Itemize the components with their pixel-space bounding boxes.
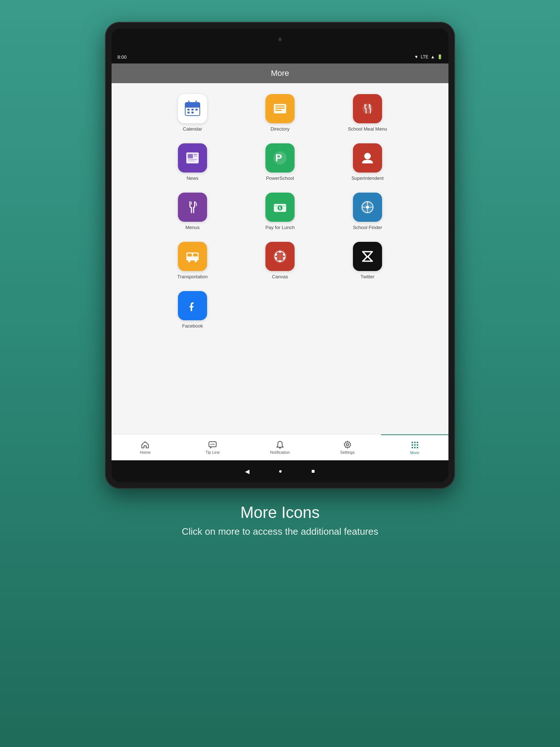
icon-item-school-meal-menu[interactable]: School Meal Menu: [327, 94, 408, 132]
school-meal-icon: [358, 100, 377, 118]
twitter-icon-wrapper: [353, 242, 382, 271]
icon-item-canvas[interactable]: Canvas: [240, 242, 320, 280]
icon-item-superintendent[interactable]: Superintendent: [327, 143, 408, 182]
lte-label: LTE: [421, 54, 428, 59]
status-bar: 8:00 ▼ LTE ▲ 🔋: [112, 50, 448, 63]
calendar-icon: [183, 100, 202, 118]
icon-item-calendar[interactable]: Calendar: [152, 94, 233, 132]
nav-settings[interactable]: Settings: [314, 434, 381, 460]
calendar-icon-wrapper: [178, 94, 207, 123]
recents-button[interactable]: ■: [311, 468, 315, 475]
powerschool-icon-wrapper: P: [265, 143, 295, 173]
back-button[interactable]: ◀: [245, 468, 249, 475]
icon-item-directory[interactable]: Directory: [240, 94, 320, 132]
svg-point-57: [211, 444, 212, 445]
svg-rect-11: [187, 112, 190, 113]
svg-rect-41: [186, 259, 199, 260]
powerschool-icon: P: [271, 149, 289, 167]
nav-more-label: More: [410, 450, 419, 455]
menus-label: Menus: [185, 225, 199, 231]
svg-rect-9: [191, 109, 194, 111]
svg-point-47: [279, 251, 281, 253]
home-button[interactable]: ●: [279, 468, 282, 475]
svg-point-59: [214, 444, 215, 445]
nav-settings-label: Settings: [340, 450, 355, 454]
directory-icon-wrapper: [265, 94, 295, 123]
svg-rect-63: [417, 442, 418, 443]
svg-point-18: [362, 104, 373, 114]
directory-label: Directory: [271, 126, 289, 132]
twitter-x-icon: [358, 247, 377, 266]
superintendent-icon-wrapper: [353, 143, 382, 173]
school-finder-icon-wrapper: [353, 193, 382, 222]
svg-point-36: [366, 206, 369, 209]
svg-point-58: [212, 444, 213, 445]
svg-rect-22: [194, 156, 197, 156]
pay-lunch-label: Pay for Lunch: [265, 225, 295, 231]
nav-notification[interactable]: Notification: [246, 434, 314, 460]
pay-lunch-icon-wrapper: $: [265, 193, 295, 222]
facebook-icon: [183, 297, 202, 315]
svg-rect-20: [188, 154, 193, 158]
bottom-nav: Home Tip Line: [112, 434, 448, 460]
school-meal-label: School Meal Menu: [348, 126, 387, 132]
icon-item-powerschool[interactable]: P PowerSchool: [240, 143, 320, 182]
android-bar: ◀ ● ■: [112, 460, 448, 482]
svg-point-55: [186, 299, 199, 312]
svg-rect-2: [185, 105, 200, 108]
svg-rect-14: [275, 105, 285, 107]
status-time: 8:00: [117, 54, 127, 60]
svg-point-43: [195, 260, 197, 262]
svg-point-50: [279, 260, 281, 262]
superintendent-icon: [358, 149, 377, 167]
svg-point-51: [275, 257, 277, 259]
wifi-icon: ▼: [414, 54, 419, 59]
school-finder-label: School Finder: [353, 225, 382, 231]
signal-bars-icon: ▲: [431, 54, 435, 59]
canvas-icon-wrapper: [265, 242, 295, 271]
svg-text:P: P: [275, 152, 282, 163]
menus-icon: [183, 198, 202, 216]
app-title: More: [271, 69, 289, 78]
transportation-label: Transportation: [177, 274, 207, 280]
svg-rect-69: [417, 447, 418, 448]
icon-item-twitter[interactable]: Twitter: [327, 242, 408, 280]
nav-more[interactable]: More: [381, 434, 448, 460]
footer-title: More Icons: [182, 503, 378, 522]
svg-text:$: $: [279, 206, 281, 210]
icon-item-facebook[interactable]: Facebook: [152, 291, 233, 329]
nav-tip-line[interactable]: Tip Line: [179, 434, 246, 460]
icon-item-pay-for-lunch[interactable]: $ Pay for Lunch: [240, 193, 320, 231]
svg-point-42: [188, 260, 190, 262]
svg-rect-31: [274, 205, 286, 206]
svg-rect-62: [414, 442, 416, 443]
app-header: More: [112, 63, 448, 83]
superintendent-label: Superintendent: [351, 175, 384, 182]
svg-rect-8: [187, 109, 190, 111]
news-label: News: [187, 175, 199, 182]
svg-rect-68: [414, 447, 416, 448]
nav-home-label: Home: [140, 450, 151, 454]
svg-rect-61: [412, 442, 413, 443]
icon-item-news[interactable]: News: [152, 143, 233, 182]
nav-notification-label: Notification: [270, 450, 290, 454]
svg-rect-16: [275, 110, 282, 111]
grid-icon: [411, 441, 419, 449]
transportation-icon-wrapper: [178, 242, 207, 271]
pay-lunch-icon: $: [271, 198, 289, 216]
icon-item-school-finder[interactable]: School Finder: [327, 193, 408, 231]
chat-icon: [208, 440, 217, 449]
svg-point-60: [346, 444, 349, 446]
tablet-frame: 8:00 ▼ LTE ▲ 🔋 More: [105, 22, 455, 489]
icon-item-transportation[interactable]: Transportation: [152, 242, 233, 280]
battery-icon: 🔋: [437, 54, 443, 59]
svg-rect-64: [412, 444, 413, 446]
svg-rect-24: [188, 160, 195, 161]
icon-item-menus[interactable]: Menus: [152, 193, 233, 231]
bell-icon: [276, 440, 284, 449]
svg-rect-44: [186, 255, 199, 256]
svg-rect-15: [275, 108, 285, 109]
gear-icon: [343, 440, 352, 449]
nav-home[interactable]: Home: [112, 434, 179, 460]
canvas-label: Canvas: [272, 274, 288, 280]
